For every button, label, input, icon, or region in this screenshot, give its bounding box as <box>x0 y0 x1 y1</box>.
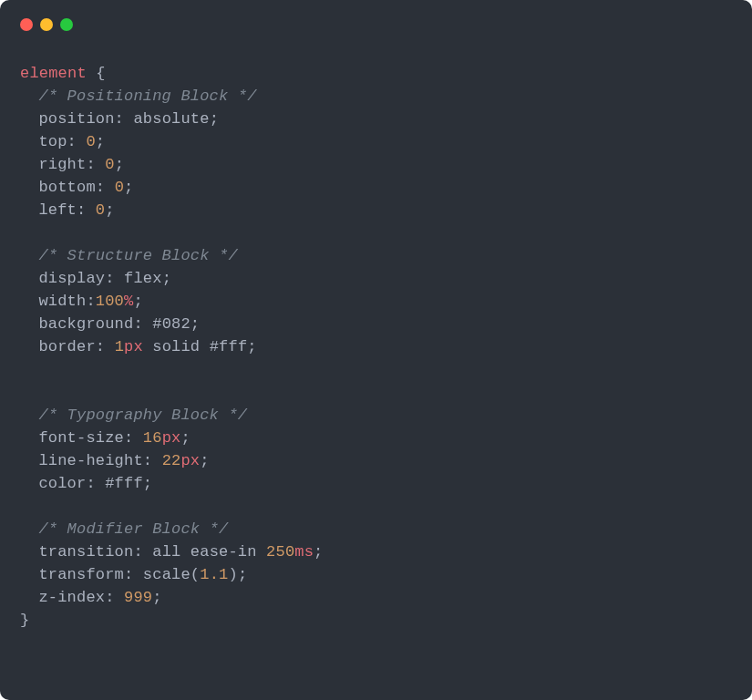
code-token: : <box>86 293 95 310</box>
code-token: /* Structure Block */ <box>38 247 237 264</box>
code-token: #fff <box>105 475 143 492</box>
code-token: transform <box>38 566 124 583</box>
code-token: 0 <box>96 201 105 219</box>
code-token: bottom <box>38 179 95 196</box>
code-token: ; <box>124 179 133 196</box>
code-token: ; <box>143 475 152 492</box>
code-token: : <box>86 156 95 173</box>
code-token: ( <box>191 566 200 583</box>
code-token: : <box>67 133 77 150</box>
code-token: line-height <box>38 452 142 469</box>
code-token: 0 <box>115 179 124 196</box>
code-token: right <box>38 156 86 173</box>
code-token: ; <box>133 293 142 310</box>
code-token: ; <box>210 110 219 128</box>
code-token: #fff <box>210 338 248 355</box>
titlebar <box>0 16 752 33</box>
code-token: /* Positioning Block */ <box>38 88 256 105</box>
code-token: px <box>180 452 200 469</box>
code-token: : <box>105 270 114 287</box>
code-token: ; <box>314 543 323 561</box>
code-token: z-index <box>38 589 105 606</box>
code-token: color <box>38 475 86 492</box>
code-token: { <box>96 65 105 82</box>
code-token: : <box>105 589 114 606</box>
code-token: solid <box>152 338 200 355</box>
code-token: border <box>38 338 95 355</box>
code-token: px <box>124 338 143 355</box>
code-token: ms <box>294 543 314 561</box>
code-token: element <box>20 65 87 82</box>
zoom-icon[interactable] <box>60 18 73 31</box>
close-icon[interactable] <box>20 18 33 31</box>
code-token: : <box>143 452 152 469</box>
code-token: } <box>20 612 29 629</box>
code-token: 250 <box>266 543 294 561</box>
code-token: : <box>96 338 105 355</box>
code-token: absolute <box>133 110 209 128</box>
code-token: width <box>38 293 86 310</box>
code-token: left <box>38 201 77 219</box>
code-token: top <box>38 133 67 150</box>
editor-window: element { /* Positioning Block */ positi… <box>0 0 752 700</box>
code-token: all <box>152 543 180 561</box>
code-token: /* Typography Block */ <box>38 407 247 424</box>
code-token: : <box>115 110 124 128</box>
code-token: scale <box>143 566 191 583</box>
code-token: background <box>38 315 133 333</box>
code-token: 16 <box>143 429 162 447</box>
code-token: 0 <box>86 133 95 150</box>
code-token: ; <box>200 452 209 469</box>
code-token: #082 <box>152 315 191 333</box>
code-token: : <box>96 179 105 196</box>
code-token: 22 <box>162 452 181 469</box>
code-token: display <box>38 270 105 287</box>
code-token: ) <box>228 566 237 583</box>
code-token: ; <box>162 270 171 287</box>
code-token: ; <box>238 566 247 583</box>
code-token: 1 <box>115 338 124 355</box>
code-token: 0 <box>105 156 114 173</box>
code-token: : <box>124 566 133 583</box>
code-token: ; <box>191 315 200 333</box>
code-token: 1.1 <box>200 566 228 583</box>
code-token: : <box>133 315 142 333</box>
code-token: 999 <box>124 589 152 606</box>
code-token: ; <box>152 589 161 606</box>
code-token: : <box>86 475 95 492</box>
code-token: /* Modifier Block */ <box>38 520 228 538</box>
code-token: ; <box>247 338 256 355</box>
code-token: : <box>124 429 133 447</box>
code-token: % <box>124 293 133 310</box>
code-token: ; <box>96 133 105 150</box>
code-area[interactable]: element { /* Positioning Block */ positi… <box>0 33 752 632</box>
code-token: ; <box>180 429 190 447</box>
code-token: flex <box>124 270 162 287</box>
code-token: transition <box>38 543 133 561</box>
code-token: 100 <box>96 293 124 310</box>
minimize-icon[interactable] <box>40 18 53 31</box>
code-token: : <box>133 543 142 561</box>
code-token: ; <box>105 201 114 219</box>
code-token: ease-in <box>191 543 257 561</box>
code-token: ; <box>115 156 124 173</box>
code-token: font-size <box>38 429 124 447</box>
code-token: position <box>38 110 114 128</box>
code-token: px <box>162 429 181 447</box>
code-token: : <box>77 201 86 219</box>
